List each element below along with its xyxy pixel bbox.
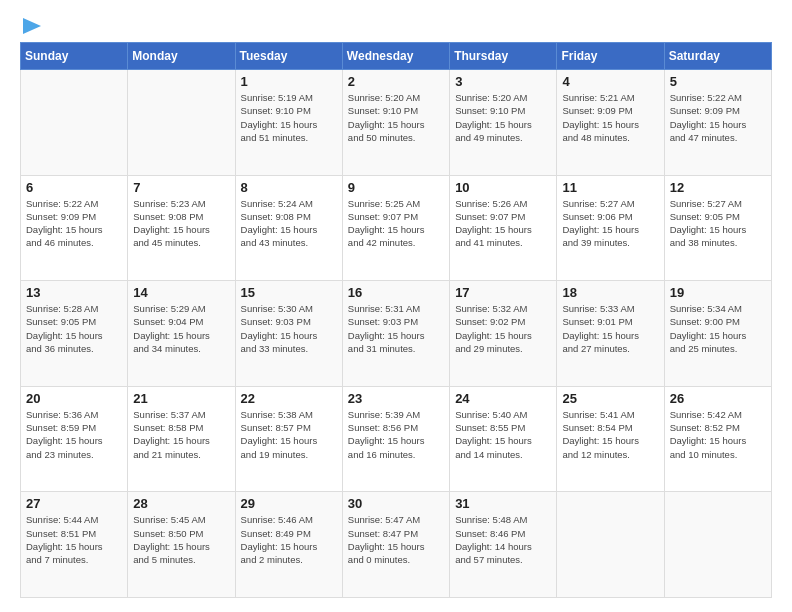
- day-info: Sunrise: 5:19 AM Sunset: 9:10 PM Dayligh…: [241, 91, 337, 144]
- calendar-cell: 28Sunrise: 5:45 AM Sunset: 8:50 PM Dayli…: [128, 492, 235, 598]
- calendar-cell: 6Sunrise: 5:22 AM Sunset: 9:09 PM Daylig…: [21, 175, 128, 281]
- day-info: Sunrise: 5:41 AM Sunset: 8:54 PM Dayligh…: [562, 408, 658, 461]
- day-number: 20: [26, 391, 122, 406]
- day-info: Sunrise: 5:38 AM Sunset: 8:57 PM Dayligh…: [241, 408, 337, 461]
- day-info: Sunrise: 5:42 AM Sunset: 8:52 PM Dayligh…: [670, 408, 766, 461]
- calendar-cell: [21, 70, 128, 176]
- day-info: Sunrise: 5:32 AM Sunset: 9:02 PM Dayligh…: [455, 302, 551, 355]
- calendar-cell: 4Sunrise: 5:21 AM Sunset: 9:09 PM Daylig…: [557, 70, 664, 176]
- svg-marker-0: [23, 18, 41, 34]
- calendar-cell: 25Sunrise: 5:41 AM Sunset: 8:54 PM Dayli…: [557, 386, 664, 492]
- day-info: Sunrise: 5:29 AM Sunset: 9:04 PM Dayligh…: [133, 302, 229, 355]
- logo-arrow-icon: [23, 16, 41, 36]
- day-info: Sunrise: 5:44 AM Sunset: 8:51 PM Dayligh…: [26, 513, 122, 566]
- calendar-week-row: 13Sunrise: 5:28 AM Sunset: 9:05 PM Dayli…: [21, 281, 772, 387]
- day-info: Sunrise: 5:27 AM Sunset: 9:06 PM Dayligh…: [562, 197, 658, 250]
- calendar-cell: 1Sunrise: 5:19 AM Sunset: 9:10 PM Daylig…: [235, 70, 342, 176]
- calendar-cell: 31Sunrise: 5:48 AM Sunset: 8:46 PM Dayli…: [450, 492, 557, 598]
- day-number: 24: [455, 391, 551, 406]
- calendar-cell: 9Sunrise: 5:25 AM Sunset: 9:07 PM Daylig…: [342, 175, 449, 281]
- calendar-cell: 7Sunrise: 5:23 AM Sunset: 9:08 PM Daylig…: [128, 175, 235, 281]
- logo: [20, 18, 41, 32]
- day-info: Sunrise: 5:48 AM Sunset: 8:46 PM Dayligh…: [455, 513, 551, 566]
- day-number: 2: [348, 74, 444, 89]
- calendar-day-header: Sunday: [21, 43, 128, 70]
- day-number: 22: [241, 391, 337, 406]
- day-number: 9: [348, 180, 444, 195]
- day-number: 28: [133, 496, 229, 511]
- day-info: Sunrise: 5:22 AM Sunset: 9:09 PM Dayligh…: [670, 91, 766, 144]
- day-info: Sunrise: 5:47 AM Sunset: 8:47 PM Dayligh…: [348, 513, 444, 566]
- day-number: 6: [26, 180, 122, 195]
- day-info: Sunrise: 5:31 AM Sunset: 9:03 PM Dayligh…: [348, 302, 444, 355]
- day-number: 31: [455, 496, 551, 511]
- calendar-cell: 27Sunrise: 5:44 AM Sunset: 8:51 PM Dayli…: [21, 492, 128, 598]
- day-number: 19: [670, 285, 766, 300]
- calendar-cell: 23Sunrise: 5:39 AM Sunset: 8:56 PM Dayli…: [342, 386, 449, 492]
- day-number: 14: [133, 285, 229, 300]
- day-info: Sunrise: 5:36 AM Sunset: 8:59 PM Dayligh…: [26, 408, 122, 461]
- day-number: 21: [133, 391, 229, 406]
- day-number: 17: [455, 285, 551, 300]
- calendar-day-header: Wednesday: [342, 43, 449, 70]
- calendar-cell: 2Sunrise: 5:20 AM Sunset: 9:10 PM Daylig…: [342, 70, 449, 176]
- calendar-week-row: 27Sunrise: 5:44 AM Sunset: 8:51 PM Dayli…: [21, 492, 772, 598]
- calendar-day-header: Friday: [557, 43, 664, 70]
- calendar-cell: [557, 492, 664, 598]
- day-number: 13: [26, 285, 122, 300]
- day-number: 1: [241, 74, 337, 89]
- calendar-cell: [128, 70, 235, 176]
- calendar-header-row: SundayMondayTuesdayWednesdayThursdayFrid…: [21, 43, 772, 70]
- calendar-cell: 16Sunrise: 5:31 AM Sunset: 9:03 PM Dayli…: [342, 281, 449, 387]
- calendar-cell: 11Sunrise: 5:27 AM Sunset: 9:06 PM Dayli…: [557, 175, 664, 281]
- calendar-day-header: Saturday: [664, 43, 771, 70]
- day-number: 10: [455, 180, 551, 195]
- calendar-cell: 10Sunrise: 5:26 AM Sunset: 9:07 PM Dayli…: [450, 175, 557, 281]
- day-number: 4: [562, 74, 658, 89]
- page: SundayMondayTuesdayWednesdayThursdayFrid…: [0, 0, 792, 612]
- day-info: Sunrise: 5:26 AM Sunset: 9:07 PM Dayligh…: [455, 197, 551, 250]
- day-info: Sunrise: 5:33 AM Sunset: 9:01 PM Dayligh…: [562, 302, 658, 355]
- day-info: Sunrise: 5:45 AM Sunset: 8:50 PM Dayligh…: [133, 513, 229, 566]
- day-number: 3: [455, 74, 551, 89]
- day-info: Sunrise: 5:23 AM Sunset: 9:08 PM Dayligh…: [133, 197, 229, 250]
- day-number: 16: [348, 285, 444, 300]
- calendar-table: SundayMondayTuesdayWednesdayThursdayFrid…: [20, 42, 772, 598]
- calendar-cell: [664, 492, 771, 598]
- day-number: 18: [562, 285, 658, 300]
- day-info: Sunrise: 5:28 AM Sunset: 9:05 PM Dayligh…: [26, 302, 122, 355]
- day-info: Sunrise: 5:40 AM Sunset: 8:55 PM Dayligh…: [455, 408, 551, 461]
- calendar-week-row: 6Sunrise: 5:22 AM Sunset: 9:09 PM Daylig…: [21, 175, 772, 281]
- calendar-cell: 20Sunrise: 5:36 AM Sunset: 8:59 PM Dayli…: [21, 386, 128, 492]
- day-number: 27: [26, 496, 122, 511]
- day-number: 23: [348, 391, 444, 406]
- calendar-cell: 18Sunrise: 5:33 AM Sunset: 9:01 PM Dayli…: [557, 281, 664, 387]
- calendar-cell: 14Sunrise: 5:29 AM Sunset: 9:04 PM Dayli…: [128, 281, 235, 387]
- day-info: Sunrise: 5:20 AM Sunset: 9:10 PM Dayligh…: [348, 91, 444, 144]
- day-number: 12: [670, 180, 766, 195]
- calendar-cell: 30Sunrise: 5:47 AM Sunset: 8:47 PM Dayli…: [342, 492, 449, 598]
- calendar-cell: 12Sunrise: 5:27 AM Sunset: 9:05 PM Dayli…: [664, 175, 771, 281]
- header: [20, 18, 772, 32]
- day-info: Sunrise: 5:21 AM Sunset: 9:09 PM Dayligh…: [562, 91, 658, 144]
- calendar-cell: 5Sunrise: 5:22 AM Sunset: 9:09 PM Daylig…: [664, 70, 771, 176]
- calendar-cell: 21Sunrise: 5:37 AM Sunset: 8:58 PM Dayli…: [128, 386, 235, 492]
- calendar-cell: 22Sunrise: 5:38 AM Sunset: 8:57 PM Dayli…: [235, 386, 342, 492]
- day-info: Sunrise: 5:46 AM Sunset: 8:49 PM Dayligh…: [241, 513, 337, 566]
- calendar-week-row: 20Sunrise: 5:36 AM Sunset: 8:59 PM Dayli…: [21, 386, 772, 492]
- day-info: Sunrise: 5:37 AM Sunset: 8:58 PM Dayligh…: [133, 408, 229, 461]
- calendar-cell: 17Sunrise: 5:32 AM Sunset: 9:02 PM Dayli…: [450, 281, 557, 387]
- calendar-cell: 13Sunrise: 5:28 AM Sunset: 9:05 PM Dayli…: [21, 281, 128, 387]
- calendar-cell: 3Sunrise: 5:20 AM Sunset: 9:10 PM Daylig…: [450, 70, 557, 176]
- calendar-cell: 24Sunrise: 5:40 AM Sunset: 8:55 PM Dayli…: [450, 386, 557, 492]
- day-number: 7: [133, 180, 229, 195]
- day-number: 5: [670, 74, 766, 89]
- day-info: Sunrise: 5:34 AM Sunset: 9:00 PM Dayligh…: [670, 302, 766, 355]
- calendar-day-header: Monday: [128, 43, 235, 70]
- calendar-week-row: 1Sunrise: 5:19 AM Sunset: 9:10 PM Daylig…: [21, 70, 772, 176]
- calendar-cell: 19Sunrise: 5:34 AM Sunset: 9:00 PM Dayli…: [664, 281, 771, 387]
- day-info: Sunrise: 5:39 AM Sunset: 8:56 PM Dayligh…: [348, 408, 444, 461]
- day-number: 8: [241, 180, 337, 195]
- day-number: 29: [241, 496, 337, 511]
- calendar-cell: 15Sunrise: 5:30 AM Sunset: 9:03 PM Dayli…: [235, 281, 342, 387]
